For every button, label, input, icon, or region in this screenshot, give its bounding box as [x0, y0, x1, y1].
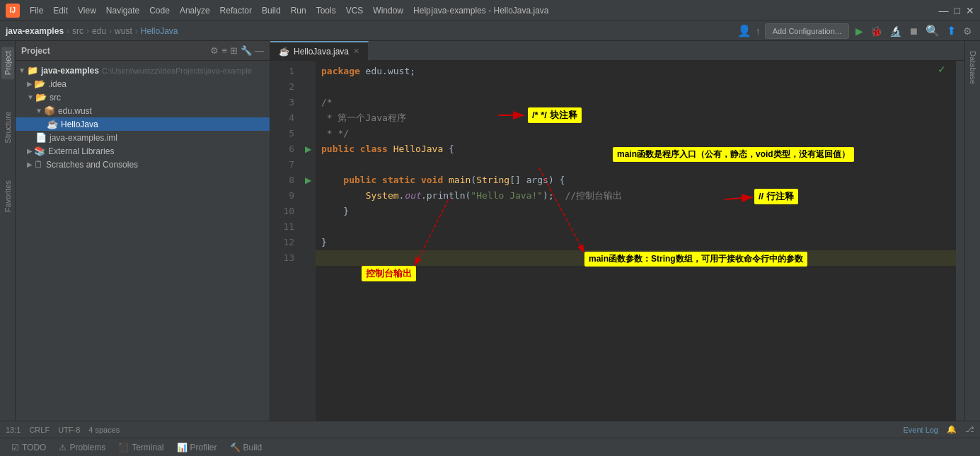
sidebar-close-icon[interactable]: — — [255, 45, 264, 56]
gutter-7 — [300, 157, 316, 173]
bottom-bar: ☑ TODO ⚠ Problems ⬛ Terminal 📊 Profiler … — [0, 438, 980, 456]
status-bar: 13:1 CRLF UTF-8 4 spaces Event Log 🔔 ⎇ — [0, 421, 980, 438]
menu-tools[interactable]: Tools — [312, 4, 340, 17]
code-line-9: System.out.println("Hello Java!"); //控制台… — [316, 188, 956, 204]
breadcrumb-file[interactable]: HelloJava — [141, 26, 178, 36]
editor-tabs: ☕ HelloJava.java ✕ — [270, 41, 964, 61]
sidebar-expand-icon[interactable]: ≡ — [221, 45, 227, 56]
gutter-13 — [300, 250, 316, 266]
tree-arrow-src: ▼ — [27, 93, 34, 101]
favorites-tab[interactable]: Favorites — [1, 176, 14, 216]
menu-navigate[interactable]: Navigate — [102, 4, 144, 17]
menu-build[interactable]: Build — [258, 4, 285, 17]
code-body[interactable]: package edu.wust; /* * 第一个Java程序 * */ pu… — [316, 61, 956, 421]
editor-tab-HelloJava[interactable]: ☕ HelloJava.java ✕ — [270, 41, 369, 61]
gutter-5 — [300, 126, 316, 141]
problems-icon: ⚠ — [59, 443, 67, 452]
sidebar-settings-icon[interactable]: 🔧 — [241, 45, 252, 56]
gutter-1 — [300, 64, 316, 79]
add-configuration-button[interactable]: Add Configuration... — [765, 23, 849, 39]
user-icon[interactable]: 👤 — [737, 24, 751, 37]
gutter-10 — [300, 204, 316, 219]
status-encoding[interactable]: UTF-8 — [58, 426, 80, 434]
run-coverage-button[interactable]: 🔬 — [887, 24, 904, 38]
sidebar-gear-icon[interactable]: ⚙ — [210, 45, 219, 56]
editor-tab-close[interactable]: ✕ — [353, 47, 359, 56]
sidebar-title: Project — [21, 46, 50, 56]
libs-icon: 📚 — [34, 146, 45, 156]
tree-item-HelloJava[interactable]: ☕ HelloJava — [16, 117, 270, 131]
notifications-icon[interactable]: 🔔 — [947, 425, 957, 434]
git-icon[interactable]: ⎇ — [965, 425, 974, 434]
code-line-7 — [316, 157, 956, 173]
ln-8: 8 — [270, 173, 294, 188]
tree-item-iml[interactable]: 📄 java-examples.iml — [16, 131, 270, 144]
update-button[interactable]: ⬆ — [945, 23, 958, 39]
tab-profiler[interactable]: 📊 Profiler — [171, 439, 223, 456]
menu-window[interactable]: Window — [369, 4, 408, 17]
code-line-4: * 第一个Java程序 — [316, 110, 956, 126]
tree-item-scratches[interactable]: ▶ 🗒 Scratches and Consoles — [16, 158, 270, 171]
tab-todo[interactable]: ☑ TODO — [6, 439, 52, 456]
breadcrumb-src[interactable]: src — [72, 26, 83, 36]
tree-path-java-examples: C:\Users\wustzz\IdeaProjects\java-exampl… — [102, 66, 252, 75]
ln-7: 7 — [270, 157, 294, 173]
build-icon: 🔨 — [230, 443, 241, 452]
sidebar: Project ⚙ ≡ ⊞ 🔧 — ▼ 📁 java-examples C:\U… — [16, 41, 270, 421]
status-indent: 4 spaces — [88, 426, 120, 434]
menu-file[interactable]: File — [25, 4, 47, 17]
gutter-6[interactable]: ▶ — [300, 141, 316, 157]
line-numbers: 1 2 3 4 5 6 7 8 9 10 11 12 13 — [270, 61, 300, 421]
tree-item-external-libs[interactable]: ▶ 📚 External Libraries — [16, 144, 270, 158]
ln-2: 2 — [270, 79, 294, 95]
minimize-button[interactable]: — — [939, 5, 949, 16]
code-line-6: public class HelloJava { — [316, 141, 956, 157]
breadcrumb-project[interactable]: java-examples — [6, 26, 64, 36]
menu-vcs[interactable]: VCS — [342, 4, 368, 17]
tab-build[interactable]: 🔨 Build — [224, 439, 268, 456]
gutter-8[interactable]: ▶ — [300, 173, 316, 188]
tab-problems[interactable]: ⚠ Problems — [53, 439, 111, 456]
run-button[interactable]: ▶ — [853, 24, 865, 38]
stop-button[interactable]: ⏹ — [906, 24, 921, 38]
left-panel-tabs: Project Structure Favorites — [0, 41, 16, 421]
tree-item-src[interactable]: ▼ 📂 src — [16, 90, 270, 104]
sidebar-split-icon[interactable]: ⊞ — [230, 45, 238, 56]
database-tab[interactable]: Database — [967, 47, 979, 88]
menu-refactor[interactable]: Refactor — [216, 4, 256, 17]
tab-terminal[interactable]: ⬛ Terminal — [113, 439, 169, 456]
tree-item-idea[interactable]: ▶ 📂 .idea — [16, 77, 270, 90]
ln-13: 13 — [270, 250, 294, 266]
code-line-5: * */ — [316, 126, 956, 141]
project-icon: 📁 — [27, 65, 38, 76]
run-icon-line6[interactable]: ▶ — [305, 144, 311, 154]
maximize-button[interactable]: □ — [955, 5, 960, 16]
settings-button[interactable]: ⚙ — [961, 24, 974, 38]
tree-label-iml: java-examples.iml — [50, 133, 117, 143]
structure-tab[interactable]: Structure — [1, 107, 14, 148]
event-log-link[interactable]: Event Log — [903, 426, 938, 434]
editor-scrollbar[interactable] — [956, 61, 964, 421]
menu-code[interactable]: Code — [145, 4, 174, 17]
search-button[interactable]: 🔍 — [923, 23, 942, 39]
run-icon-line8[interactable]: ▶ — [305, 175, 311, 185]
editor-area: ☕ HelloJava.java ✕ 1 2 3 4 5 6 7 8 9 10 … — [270, 41, 964, 421]
menu-view[interactable]: View — [74, 4, 100, 17]
project-tab[interactable]: Project — [1, 47, 14, 79]
status-linesep[interactable]: CRLF — [29, 426, 50, 434]
sidebar-header: Project ⚙ ≡ ⊞ 🔧 — — [16, 41, 270, 61]
ln-9: 9 — [270, 188, 294, 204]
title-bar: IJ File Edit View Navigate Code Analyze … — [0, 0, 980, 21]
debug-button[interactable]: 🐞 — [868, 24, 884, 38]
menu-analyze[interactable]: Analyze — [175, 4, 214, 17]
close-button[interactable]: ✕ — [966, 5, 974, 16]
code-line-1: package edu.wust; — [316, 64, 956, 79]
tree-item-java-examples[interactable]: ▼ 📁 java-examples C:\Users\wustzz\IdeaPr… — [16, 64, 270, 77]
menu-run[interactable]: Run — [287, 4, 311, 17]
menu-edit[interactable]: Edit — [49, 4, 72, 17]
breadcrumb-wust[interactable]: wust — [115, 26, 132, 36]
nav-back-icon[interactable]: ↑ — [756, 25, 761, 37]
breadcrumb-edu[interactable]: edu — [92, 26, 106, 36]
terminal-icon: ⬛ — [118, 443, 129, 452]
tree-item-edu-wust[interactable]: ▼ 📦 edu.wust — [16, 104, 270, 117]
